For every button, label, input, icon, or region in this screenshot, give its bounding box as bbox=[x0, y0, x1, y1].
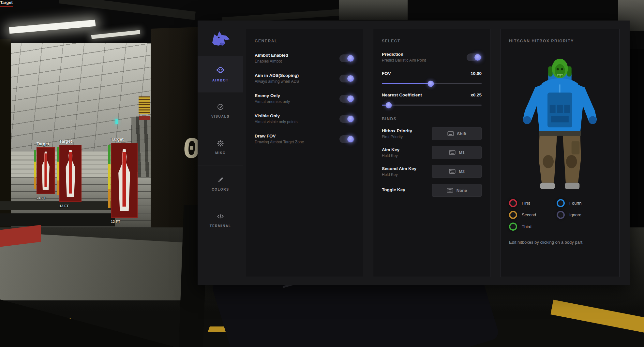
bind-row: Toggle Key No bbox=[382, 184, 482, 197]
target-board bbox=[0, 6, 13, 7]
wolf-logo-icon bbox=[210, 30, 231, 46]
toggle-switch[interactable] bbox=[339, 54, 354, 62]
screen: Target 24 FT Target 13 bbox=[0, 0, 644, 347]
ceiling-machinery bbox=[339, 0, 408, 20]
bind-sublabel: First Priority bbox=[382, 135, 412, 139]
target-board bbox=[111, 143, 138, 218]
slider-track[interactable] bbox=[382, 83, 482, 84]
toggle-switch[interactable] bbox=[339, 95, 354, 103]
keybind-button[interactable]: M2 bbox=[432, 165, 482, 178]
bind-row: Hitbox Priority First Priority bbox=[382, 127, 482, 140]
toggle-text: Visible Only Aim at visible only points bbox=[255, 113, 297, 124]
toggle-sublabel: Always aiming when ADS bbox=[255, 79, 299, 84]
toggle-label: Aimbot Enabled bbox=[255, 53, 288, 58]
toggle-label: Draw FOV bbox=[255, 134, 304, 138]
toggle-switch[interactable] bbox=[339, 115, 354, 123]
face-hitbox[interactable] bbox=[555, 64, 565, 77]
left-shoe[interactable] bbox=[540, 183, 555, 189]
toggle-label: Visible Only bbox=[255, 113, 297, 118]
target-board bbox=[37, 147, 55, 194]
right-hand-hitbox[interactable] bbox=[589, 116, 597, 124]
slider-knob[interactable] bbox=[386, 102, 392, 108]
toggle-knob bbox=[474, 54, 481, 61]
target-distance: 24 FT bbox=[37, 196, 55, 200]
toggle-knob bbox=[347, 95, 354, 102]
legend-label: Fourth bbox=[569, 201, 582, 206]
range-bench bbox=[0, 201, 115, 210]
slider-head: Nearest Coefficient x0.25 bbox=[382, 93, 482, 97]
sidebar-item-colors[interactable]: COLORS bbox=[198, 165, 243, 202]
keybind-value: M1 bbox=[459, 150, 465, 155]
sidebar-item-misc[interactable]: MISC bbox=[198, 129, 243, 165]
bind-text: Aim Key Hold Key bbox=[382, 147, 399, 158]
toggle-row: Aim in ADS(Scoping) Always aiming when A… bbox=[255, 73, 354, 84]
target-label: Target bbox=[0, 0, 13, 5]
eye-left bbox=[557, 68, 559, 70]
right-shoe[interactable] bbox=[565, 183, 580, 189]
bot-head-icon bbox=[216, 66, 225, 75]
slider-list: FOV 10.00 Nearest Coefficient x0.25 bbox=[382, 71, 482, 106]
legend-color-dot bbox=[509, 211, 517, 219]
sidebar-item-terminal[interactable]: TERMINAL bbox=[198, 202, 243, 238]
target-score-bar bbox=[34, 150, 36, 189]
sidebar-item-visuals[interactable]: VISUALS bbox=[198, 92, 243, 129]
practice-target: Target 12 FT bbox=[111, 137, 138, 224]
bind-label: Second Aim Key bbox=[382, 166, 416, 171]
practice-target: Target 13 FT bbox=[59, 139, 82, 208]
target-silhouette-core bbox=[44, 153, 47, 187]
bind-sublabel: Hold Key bbox=[382, 153, 399, 158]
slider-label: FOV bbox=[382, 71, 391, 76]
slider-knob[interactable] bbox=[427, 80, 434, 87]
toggle-text: Aimbot Enabled Enables Aimbot bbox=[255, 53, 288, 64]
practice-target: Target bbox=[0, 0, 13, 9]
toggle-row: Visible Only Aim at visible only points bbox=[255, 113, 354, 124]
character-model bbox=[509, 48, 611, 194]
toggle-switch[interactable] bbox=[339, 135, 354, 143]
legend-item: Third bbox=[509, 223, 557, 231]
keybind-button[interactable]: M1 bbox=[432, 146, 482, 159]
keybind-value: None bbox=[457, 188, 467, 193]
slider-fill bbox=[382, 83, 431, 84]
toggle-sublabel: Aim at visible only points bbox=[255, 120, 297, 124]
legend-item: Ignore bbox=[557, 211, 611, 219]
hitbox-header: HITSCAN HITBOX PRIORITY bbox=[509, 39, 611, 43]
keybind-button[interactable]: Shift bbox=[432, 127, 482, 140]
target-score-bar bbox=[108, 145, 111, 208]
target-label: Target bbox=[59, 139, 82, 144]
prediction-toggle[interactable] bbox=[467, 53, 482, 61]
bind-label: Hitbox Priority bbox=[382, 128, 412, 133]
sidebar-item-label: TERMINAL bbox=[210, 224, 231, 228]
wolf-logo bbox=[198, 21, 243, 56]
target-silhouette-core bbox=[123, 152, 126, 207]
left-wall bbox=[0, 39, 11, 228]
eye-icon bbox=[217, 103, 224, 111]
ceiling-beam bbox=[59, 0, 196, 20]
legend-color-dot bbox=[557, 199, 565, 207]
keyboard-icon bbox=[449, 150, 456, 155]
target-distance: 12 FT bbox=[111, 220, 138, 224]
eye-right bbox=[561, 68, 563, 70]
left-hand-hitbox[interactable] bbox=[523, 116, 531, 124]
legend-label: Third bbox=[522, 224, 532, 229]
range-bench-shadow bbox=[0, 213, 115, 226]
bind-text: Hitbox Priority First Priority bbox=[382, 128, 412, 139]
legend-item: First bbox=[509, 199, 557, 207]
prediction-label: Prediction bbox=[382, 52, 426, 57]
legend-label: First bbox=[522, 201, 530, 206]
slider-track[interactable] bbox=[382, 105, 482, 106]
keybind-button[interactable]: None bbox=[432, 184, 482, 197]
toggle-knob bbox=[347, 55, 354, 62]
toggle-label: Enemy Only bbox=[255, 93, 290, 98]
hitbox-figure bbox=[516, 48, 604, 194]
bind-list: Hitbox Priority First Priority bbox=[382, 127, 482, 197]
slider-row: Nearest Coefficient x0.25 bbox=[382, 93, 482, 106]
toggle-label: Aim in ADS(Scoping) bbox=[255, 73, 299, 78]
belt bbox=[539, 131, 581, 136]
red-sticker bbox=[139, 116, 150, 120]
hitbox-legend: First Fourth Second Ignore bbox=[509, 199, 611, 231]
sidebar-item-aimbot[interactable]: AIMBOT bbox=[198, 56, 243, 92]
binds-header: BINDS bbox=[382, 117, 482, 121]
keybind-value: M2 bbox=[459, 169, 465, 174]
toggle-switch[interactable] bbox=[339, 75, 354, 82]
bind-row: Second Aim Key Hold Key bbox=[382, 165, 482, 178]
